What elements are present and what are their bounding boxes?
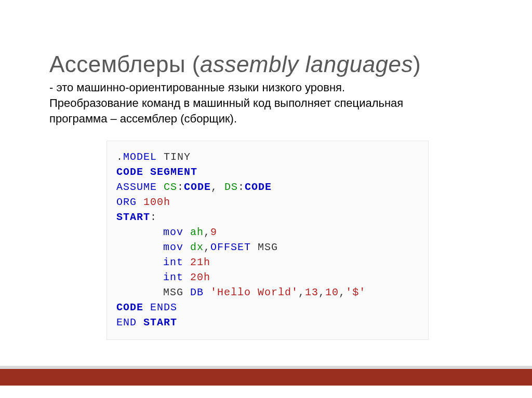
- code-int2: int: [163, 271, 183, 283]
- code-tiny: TINY: [157, 151, 191, 163]
- code-start-colon: :: [150, 211, 157, 223]
- code-9: 9: [210, 226, 217, 238]
- code-end: END: [116, 317, 137, 328]
- code-comma5: ,: [318, 286, 325, 298]
- title-main: Ассемблеры: [49, 51, 192, 77]
- code-mov1: mov: [163, 226, 183, 238]
- code-msg-ref: MSG: [251, 241, 278, 253]
- code-comma6: ,: [339, 286, 345, 298]
- title-paren-close: ): [413, 51, 421, 77]
- code-model: MODEL: [123, 151, 157, 163]
- code-msg-label: MSG: [163, 286, 190, 298]
- code-code-ref1: CODE: [184, 181, 211, 193]
- code-comma3: ,: [204, 241, 210, 253]
- code-code-end: CODE: [116, 301, 143, 313]
- code-cs: CS: [157, 181, 177, 193]
- slide-title: Ассемблеры (assembly languages): [49, 52, 496, 77]
- code-int1: int: [163, 256, 183, 268]
- code-comma1: ,: [211, 181, 218, 193]
- code-10: 10: [325, 286, 339, 298]
- code-start-label: START: [116, 211, 150, 223]
- code-dx: dx: [183, 241, 204, 253]
- code-20h: 20h: [183, 271, 210, 283]
- code-code1: CODE: [116, 166, 143, 178]
- code-21h: 21h: [183, 256, 210, 268]
- code-db: DB: [190, 286, 204, 298]
- code-offset: OFFSET: [210, 241, 251, 253]
- code-100h: 100h: [137, 196, 170, 208]
- footer-accent-bar: [0, 369, 532, 386]
- code-segment: SEGMENT: [143, 166, 197, 178]
- code-ah: ah: [183, 226, 204, 238]
- code-org: ORG: [116, 196, 137, 208]
- code-dollar: '$': [345, 286, 366, 298]
- slide-subtitle: - это машинно-ориентированные языки низк…: [49, 80, 429, 126]
- code-code-ref2: CODE: [245, 181, 272, 193]
- code-comma2: ,: [204, 226, 210, 238]
- code-colon2: :: [238, 181, 245, 193]
- code-ends: ENDS: [143, 301, 177, 313]
- code-ds: DS: [218, 181, 238, 193]
- title-paren-open: (: [192, 51, 200, 77]
- code-hello-string: 'Hello World': [204, 286, 298, 298]
- code-13: 13: [305, 286, 318, 298]
- code-end-start: START: [137, 317, 177, 328]
- code-block: .MODEL TINY CODE SEGMENT ASSUME CS:CODE,…: [107, 141, 429, 340]
- code-mov2: mov: [163, 241, 183, 253]
- title-latin: assembly languages: [200, 51, 413, 77]
- code-dot: .: [116, 151, 123, 163]
- slide-content: Ассемблеры (assembly languages) - это ма…: [0, 0, 532, 398]
- code-comma4: ,: [298, 286, 305, 298]
- code-assume: ASSUME: [116, 181, 157, 193]
- code-colon1: :: [177, 181, 184, 193]
